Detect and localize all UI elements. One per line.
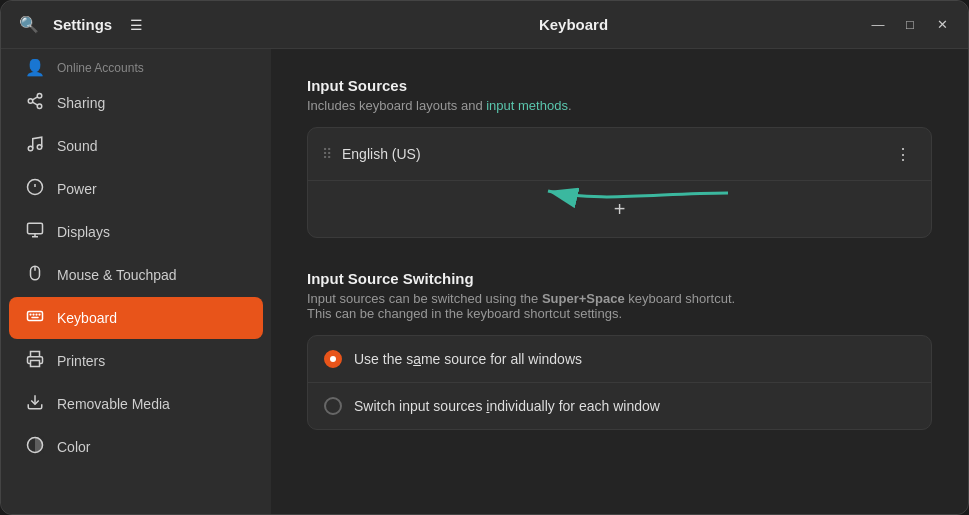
- close-button[interactable]: ✕: [928, 11, 956, 39]
- svg-rect-9: [28, 223, 43, 234]
- svg-point-0: [37, 94, 42, 99]
- radio-group: Use the same source for all windows Swit…: [307, 335, 932, 430]
- sidebar-title: Settings: [53, 16, 112, 33]
- input-sources-title: Input Sources: [307, 77, 932, 94]
- drag-handle-icon[interactable]: ⠿: [322, 146, 332, 162]
- sidebar-item-keyboard[interactable]: Keyboard: [9, 297, 263, 339]
- window-title: Keyboard: [539, 16, 608, 33]
- svg-rect-14: [28, 312, 43, 321]
- window-controls: — □ ✕: [864, 11, 956, 39]
- input-switching-description: Input sources can be switched using the …: [307, 291, 932, 321]
- settings-window: 🔍 Settings ☰ Keyboard — □ ✕: [0, 0, 969, 515]
- minimize-icon: —: [872, 17, 885, 32]
- add-row: +: [308, 181, 931, 237]
- svg-point-5: [28, 146, 33, 151]
- source-more-button[interactable]: ⋮: [889, 140, 917, 168]
- input-sources-subtitle: Includes keyboard layouts and input meth…: [307, 98, 932, 113]
- sound-icon: [25, 135, 45, 157]
- input-switching-section: Input Source Switching Input sources can…: [307, 270, 932, 430]
- input-sources-section: Input Sources Includes keyboard layouts …: [307, 77, 932, 238]
- radio-label-per-window: Switch input sources individually for ea…: [354, 398, 660, 414]
- maximize-icon: □: [906, 17, 914, 32]
- content-panel: Input Sources Includes keyboard layouts …: [271, 49, 968, 514]
- sidebar-item-sound[interactable]: Sound: [9, 125, 263, 167]
- sidebar: 👤 Online Accounts Sharing So: [1, 49, 271, 514]
- sidebar-item-printers[interactable]: Printers: [9, 340, 263, 382]
- titlebar-right: — □ ✕: [864, 11, 956, 39]
- sidebar-item-label: Sound: [57, 138, 97, 154]
- svg-point-6: [37, 145, 42, 150]
- printers-icon: [25, 350, 45, 372]
- sidebar-item-label: Displays: [57, 224, 110, 240]
- close-icon: ✕: [937, 17, 948, 32]
- sidebar-item-sharing[interactable]: Sharing: [9, 82, 263, 124]
- input-switching-title: Input Source Switching: [307, 270, 932, 287]
- online-accounts-icon: 👤: [25, 58, 45, 77]
- svg-rect-20: [31, 361, 40, 367]
- add-source-button[interactable]: +: [606, 195, 634, 223]
- titlebar: 🔍 Settings ☰ Keyboard — □ ✕: [1, 1, 968, 49]
- sidebar-item-label: Online Accounts: [57, 61, 144, 75]
- sidebar-item-online-accounts[interactable]: 👤 Online Accounts: [9, 54, 263, 81]
- sidebar-item-power[interactable]: Power: [9, 168, 263, 210]
- sidebar-item-label: Keyboard: [57, 310, 117, 326]
- power-icon: [25, 178, 45, 200]
- more-icon: ⋮: [895, 145, 911, 164]
- svg-line-4: [32, 97, 37, 100]
- svg-line-3: [32, 102, 37, 105]
- sidebar-item-color[interactable]: Color: [9, 426, 263, 468]
- sidebar-item-label: Mouse & Touchpad: [57, 267, 177, 283]
- radio-row-same-source[interactable]: Use the same source for all windows: [308, 336, 931, 382]
- input-methods-link[interactable]: input methods: [486, 98, 568, 113]
- svg-point-1: [28, 99, 33, 104]
- keyboard-icon: [25, 307, 45, 329]
- radio-dot-same-source: [324, 350, 342, 368]
- hamburger-icon: ☰: [130, 17, 143, 33]
- removable-media-icon: [25, 393, 45, 415]
- sidebar-item-label: Sharing: [57, 95, 105, 111]
- input-source-row: ⠿ English (US) ⋮: [308, 128, 931, 181]
- input-sources-box: ⠿ English (US) ⋮ +: [307, 127, 932, 238]
- search-icon: 🔍: [19, 15, 39, 34]
- radio-label-same-source: Use the same source for all windows: [354, 351, 582, 367]
- hamburger-button[interactable]: ☰: [120, 9, 152, 41]
- maximize-button[interactable]: □: [896, 11, 924, 39]
- sidebar-item-label: Power: [57, 181, 97, 197]
- radio-row-per-window[interactable]: Switch input sources individually for ea…: [308, 382, 931, 429]
- sidebar-item-displays[interactable]: Displays: [9, 211, 263, 253]
- svg-point-2: [37, 104, 42, 109]
- mouse-icon: [25, 264, 45, 286]
- radio-dot-per-window: [324, 397, 342, 415]
- sidebar-item-label: Removable Media: [57, 396, 170, 412]
- minimize-button[interactable]: —: [864, 11, 892, 39]
- main-content: 👤 Online Accounts Sharing So: [1, 49, 968, 514]
- sidebar-item-label: Color: [57, 439, 90, 455]
- titlebar-left: 🔍 Settings ☰: [13, 9, 283, 41]
- sidebar-item-label: Printers: [57, 353, 105, 369]
- sidebar-item-mouse-touchpad[interactable]: Mouse & Touchpad: [9, 254, 263, 296]
- color-icon: [25, 436, 45, 458]
- sharing-icon: [25, 92, 45, 114]
- titlebar-center: Keyboard: [283, 16, 864, 33]
- sidebar-item-removable-media[interactable]: Removable Media: [9, 383, 263, 425]
- add-icon: +: [614, 199, 626, 219]
- search-button[interactable]: 🔍: [13, 9, 45, 41]
- source-name: English (US): [342, 146, 879, 162]
- displays-icon: [25, 221, 45, 243]
